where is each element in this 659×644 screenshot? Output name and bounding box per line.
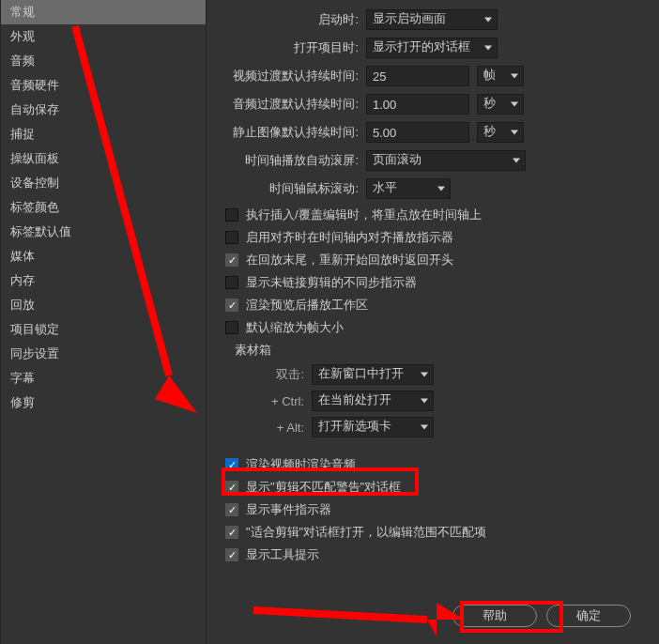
- open-project-select[interactable]: 显示打开的对话框: [366, 38, 498, 58]
- video-transition-label: 视频过渡默认持续时间:: [216, 68, 366, 84]
- sidebar-item-media[interactable]: 媒体: [1, 244, 206, 268]
- startup-select[interactable]: 显示启动画面: [366, 9, 498, 30]
- sidebar-item-memory[interactable]: 内存: [1, 268, 206, 293]
- bin-ctrl-label: + Ctrl:: [244, 394, 312, 408]
- sidebar-item-captions[interactable]: 字幕: [1, 366, 206, 391]
- video-transition-unit[interactable]: 帧: [477, 66, 524, 86]
- cb-unsync-indicator[interactable]: 显示未链接剪辑的不同步指示器: [225, 274, 640, 291]
- sidebar-item-trim[interactable]: 修剪: [1, 391, 206, 415]
- bin-section-label: 素材箱: [235, 342, 640, 359]
- video-transition-input[interactable]: [366, 66, 469, 86]
- cb-focus-timeline[interactable]: 执行插入/覆盖编辑时，将重点放在时间轴上: [225, 207, 640, 223]
- checkbox-label: 显示"剪辑不匹配警告"对话框: [246, 479, 401, 496]
- bin-doubleclick-label: 双击:: [244, 366, 312, 383]
- checkbox-label: 在回放末尾，重新开始回放时返回开头: [246, 252, 453, 268]
- sidebar-item-control-surface[interactable]: 操纵面板: [1, 146, 206, 171]
- checkbox-icon[interactable]: [225, 253, 238, 267]
- still-image-label: 静止图像默认持续时间:: [216, 124, 366, 141]
- sidebar-item-appearance[interactable]: 外观: [1, 24, 206, 49]
- bin-alt-select[interactable]: 打开新选项卡: [312, 417, 434, 437]
- bin-ctrl-select[interactable]: 在当前处打开: [312, 391, 434, 411]
- cb-return-start[interactable]: 在回放末尾，重新开始回放时返回开头: [225, 252, 640, 268]
- cb-snap-playhead[interactable]: 启用对齐时在时间轴内对齐播放指示器: [225, 229, 640, 246]
- checkbox-label: 启用对齐时在时间轴内对齐播放指示器: [246, 229, 453, 246]
- checkbox-label: 渲染视频时渲染音频: [246, 456, 356, 473]
- checkbox-label: 显示事件指示器: [246, 501, 331, 518]
- open-project-label: 打开项目时:: [216, 39, 366, 56]
- checkbox-label: 显示工具提示: [246, 546, 319, 563]
- audio-transition-input[interactable]: [366, 94, 469, 115]
- sidebar: 常规外观音频音频硬件自动保存捕捉操纵面板设备控制标签颜色标签默认值媒体内存回放项…: [0, 0, 207, 644]
- bin-doubleclick-select[interactable]: 在新窗口中打开: [312, 364, 434, 385]
- checkbox-icon[interactable]: [225, 276, 238, 289]
- cb-render-audio[interactable]: 渲染视频时渲染音频: [225, 456, 640, 473]
- timeline-mousewheel-label: 时间轴鼠标滚动:: [216, 180, 366, 197]
- checkbox-icon[interactable]: [225, 231, 238, 244]
- sidebar-item-general[interactable]: 常规: [1, 0, 206, 24]
- sidebar-item-audio-hardware[interactable]: 音频硬件: [1, 73, 206, 98]
- bin-alt-label: + Alt:: [244, 421, 312, 435]
- sidebar-item-device-control[interactable]: 设备控制: [1, 171, 206, 195]
- audio-transition-unit[interactable]: 秒: [477, 94, 524, 115]
- sidebar-item-autosave[interactable]: 自动保存: [1, 98, 206, 122]
- ok-button[interactable]: 确定: [546, 605, 631, 627]
- cb-event-indicator[interactable]: 显示事件指示器: [225, 501, 640, 518]
- timeline-autoscroll-select[interactable]: 页面滚动: [366, 150, 526, 171]
- timeline-mousewheel-select[interactable]: 水平: [366, 178, 451, 199]
- checkbox-icon[interactable]: [225, 526, 238, 539]
- audio-transition-label: 音频过渡默认持续时间:: [216, 96, 366, 113]
- sidebar-item-playback[interactable]: 回放: [1, 293, 206, 317]
- cb-fit-clip[interactable]: "适合剪辑"对话框打开，以编辑范围不匹配项: [225, 524, 640, 541]
- still-image-unit[interactable]: 秒: [477, 122, 524, 143]
- checkbox-label: 显示未链接剪辑的不同步指示器: [246, 274, 417, 291]
- checkbox-icon[interactable]: [225, 208, 238, 222]
- sidebar-item-project-lock[interactable]: 项目锁定: [1, 317, 206, 342]
- cb-play-after-render[interactable]: 渲染预览后播放工作区: [225, 297, 640, 314]
- checkbox-label: 执行插入/覆盖编辑时，将重点放在时间轴上: [246, 207, 482, 223]
- sidebar-item-capture[interactable]: 捕捉: [1, 122, 206, 146]
- help-button[interactable]: 帮助: [452, 605, 537, 627]
- checkbox-icon[interactable]: [225, 321, 238, 334]
- checkbox-icon[interactable]: [225, 299, 238, 312]
- checkbox-icon[interactable]: [225, 503, 238, 516]
- cb-tooltips[interactable]: 显示工具提示: [225, 546, 640, 563]
- sidebar-item-audio[interactable]: 音频: [1, 49, 206, 73]
- checkbox-icon[interactable]: [225, 458, 238, 471]
- checkbox-label: "适合剪辑"对话框打开，以编辑范围不匹配项: [246, 524, 486, 541]
- sidebar-item-label-defaults[interactable]: 标签默认值: [1, 220, 206, 244]
- main-panel: 启动时: 显示启动画面 打开项目时: 显示打开的对话框 视频过渡默认持续时间: …: [207, 0, 659, 644]
- checkbox-icon[interactable]: [225, 481, 238, 494]
- still-image-input[interactable]: [366, 122, 469, 143]
- startup-label: 启动时:: [216, 11, 366, 28]
- checkbox-label: 默认缩放为帧大小: [246, 319, 344, 336]
- checkbox-label: 渲染预览后播放工作区: [246, 297, 368, 314]
- sidebar-item-label-colors[interactable]: 标签颜色: [1, 195, 206, 220]
- cb-default-scale[interactable]: 默认缩放为帧大小: [225, 319, 640, 336]
- checkbox-icon[interactable]: [225, 548, 238, 561]
- timeline-autoscroll-label: 时间轴播放自动滚屏:: [216, 152, 366, 169]
- cb-clip-mismatch[interactable]: 显示"剪辑不匹配警告"对话框: [225, 479, 640, 496]
- sidebar-item-sync-settings[interactable]: 同步设置: [1, 342, 206, 366]
